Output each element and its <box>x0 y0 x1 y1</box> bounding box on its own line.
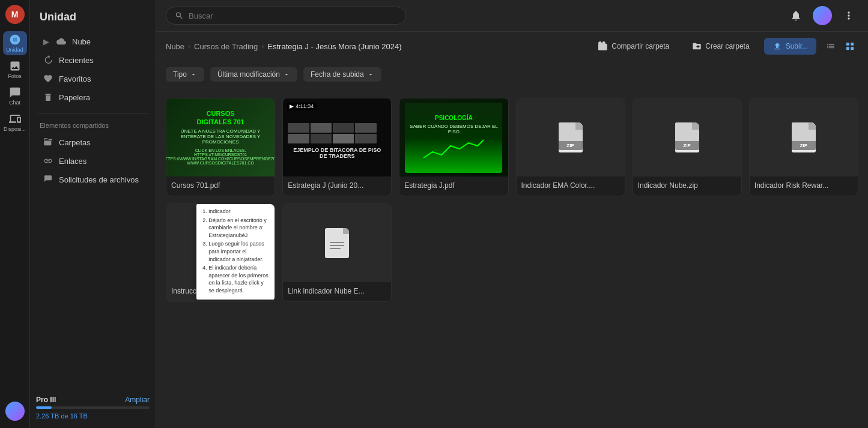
list-view-icon <box>826 41 836 51</box>
file-card-risk[interactable]: ZIP Indicador Risk Rewar... <box>749 98 858 196</box>
bell-icon <box>790 10 802 22</box>
list-view-button[interactable] <box>822 38 839 55</box>
file-card-cursos701[interactable]: CURSOSDIGITALES 701 ÚNETE A NUESTRA COMU… <box>166 98 275 196</box>
file-name-cursos701: Cursos 701.pdf <box>166 176 275 196</box>
file-card-link-indicador[interactable]: Link indicador Nube E... <box>282 203 392 302</box>
share-label: Compartir carpeta <box>612 42 669 50</box>
modificacion-label: Última modificación <box>217 70 280 79</box>
header-actions <box>786 6 858 25</box>
tipo-filter[interactable]: Tipo <box>166 67 204 82</box>
upload-button[interactable]: Subir... <box>764 38 816 55</box>
sidebar-item-papelera[interactable]: Papelera <box>34 88 152 106</box>
chevron-down-tipo <box>190 71 197 78</box>
sidebar-title: Unidad <box>30 0 156 31</box>
instrucciones-item-2: Déjarlo en el escritorio y cambiarle el … <box>208 217 270 240</box>
sidebar-item-solicitudes[interactable]: Solicitudes de archivos <box>34 170 152 188</box>
sidebar-divider <box>37 113 148 113</box>
grid-view-icon <box>845 41 855 51</box>
file-card-estrategia-pdf[interactable]: PSICOLOGÍA SABER CUÁNDO DEBEMOS DEJAR EL… <box>399 98 508 196</box>
estrategia-sub: SABER CUÁNDO DEBEMOS DEJAR EL PISO <box>408 124 499 134</box>
chevron-down-mod <box>283 71 290 78</box>
search-icon <box>175 11 184 20</box>
unidad-label: Unidad <box>6 47 23 53</box>
create-folder-button[interactable]: Crear carpeta <box>684 38 757 55</box>
main-content: Nube › Cursos de Trading › Estrategia J … <box>156 0 868 428</box>
sidebar-item-enlaces[interactable]: Enlaces <box>34 152 152 170</box>
sidebar-shared: Carpetas Enlaces Solicitudes de archivos <box>30 131 156 190</box>
recent-icon <box>43 55 53 65</box>
file-thumb-instrucciones: indicador. Déjarlo en el escritorio y ca… <box>166 204 275 282</box>
file-card-instrucciones[interactable]: indicador. Déjarlo en el escritorio y ca… <box>166 203 275 302</box>
instrucciones-list: indicador. Déjarlo en el escritorio y ca… <box>201 208 270 295</box>
file-name-nube-zip: Indicador Nube.zip <box>633 176 741 196</box>
chat-icon <box>9 86 21 98</box>
sidebar-bottom: Pro III Ampliar 2.26 TB de 16 TB <box>30 396 156 423</box>
subida-filter[interactable]: Fecha de subida <box>303 67 381 82</box>
instrucciones-item-3: Luego seguir los pasos para importar el … <box>208 240 270 263</box>
favoritos-label: Favoritos <box>59 74 91 83</box>
search-input[interactable] <box>189 11 397 20</box>
filters-bar: Tipo Última modificación Fecha de subida <box>156 61 868 88</box>
storage-used: 2.26 TB <box>36 412 59 420</box>
breadcrumb-sep-2: › <box>261 42 264 50</box>
fotos-label: Fotos <box>8 73 22 79</box>
sidebar-item-carpetas[interactable]: Carpetas <box>34 133 152 151</box>
sidebar-item-unidad[interactable]: Unidad <box>3 31 27 55</box>
header <box>156 0 868 32</box>
breadcrumb-nube[interactable]: Nube <box>166 42 184 51</box>
create-label: Crear carpeta <box>705 42 749 50</box>
estrategia-chart <box>408 137 499 161</box>
trash-icon <box>43 92 53 102</box>
sidebar-item-dispositivos[interactable]: Disposi... <box>3 110 27 134</box>
file-card-ema[interactable]: ZIP Indicador EMA Color.... <box>516 98 625 196</box>
carpetas-label: Carpetas <box>59 138 91 147</box>
file-thumb-cursos701: CURSOSDIGITALES 701 ÚNETE A NUESTRA COMU… <box>166 98 275 176</box>
share-folder-button[interactable]: Compartir carpeta <box>590 38 678 55</box>
upload-label: Subir... <box>786 42 808 50</box>
subida-label: Fecha de subida <box>311 70 364 79</box>
ampliar-button[interactable]: Ampliar <box>125 396 150 404</box>
file-name-video: Estrategia J (Junio 20... <box>283 176 391 196</box>
icon-bar-bottom <box>5 402 25 421</box>
video-title: EJEMPLO DE BITACORA DE PISO DE TRADERS <box>288 147 386 159</box>
cursos-sub: ÚNETE A NUESTRA COMUNIDAD Y ENTÉRATE DE … <box>172 128 269 145</box>
zip-icon-nube: ZIP <box>675 122 699 152</box>
sidebar-item-favoritos[interactable]: Favoritos <box>34 70 152 88</box>
sidebar-item-nube[interactable]: ▶ Nube <box>34 32 152 50</box>
file-grid: CURSOSDIGITALES 701 ÚNETE A NUESTRA COMU… <box>156 88 868 428</box>
instrucciones-popup: indicador. Déjarlo en el escritorio y ca… <box>196 204 275 300</box>
more-options-button[interactable] <box>839 6 858 25</box>
sidebar-item-fotos[interactable]: Fotos <box>3 58 27 82</box>
sidebar-item-recientes[interactable]: Recientes <box>34 51 152 69</box>
chevron-down-sub <box>367 71 374 78</box>
share-icon <box>598 41 608 51</box>
devices-icon <box>9 113 21 125</box>
user-avatar-header[interactable] <box>813 6 832 25</box>
notifications-button[interactable] <box>786 6 806 25</box>
user-avatar-bottom[interactable] <box>5 402 25 421</box>
zip-icon-risk: ZIP <box>792 122 816 152</box>
breadcrumb-cursos[interactable]: Cursos de Trading <box>194 42 258 51</box>
file-card-estrategia-video[interactable]: ▶4:11:34 EJEMPLO DE <box>282 98 392 196</box>
file-thumb-link <box>283 204 391 282</box>
file-card-nube-zip[interactable]: ZIP Indicador Nube.zip <box>633 98 742 196</box>
file-name-ema: Indicador EMA Color.... <box>517 176 625 196</box>
grid-view-button[interactable] <box>842 38 858 55</box>
search-bar[interactable] <box>166 7 406 25</box>
app-avatar[interactable]: M <box>5 5 25 24</box>
upload-icon <box>772 41 782 51</box>
icon-bar: M Unidad Fotos Chat Disposi... <box>0 0 30 428</box>
photos-icon <box>9 60 21 72</box>
more-vert-icon <box>843 10 855 22</box>
pdf-lines-link <box>330 242 344 249</box>
instrucciones-item-4: El indicador debería aparecer de los pri… <box>208 264 270 294</box>
sidebar-item-chat[interactable]: Chat <box>3 84 27 108</box>
tipo-label: Tipo <box>173 70 187 79</box>
file-thumb-ema: ZIP <box>517 98 625 176</box>
modificacion-filter[interactable]: Última modificación <box>210 67 297 82</box>
storage-de: de <box>61 412 70 420</box>
enlaces-label: Enlaces <box>59 157 86 166</box>
file-name-estrategia-pdf: Estrategia J.pdf <box>399 176 508 196</box>
pdf-icon-link <box>325 228 349 258</box>
video-grid <box>288 123 377 143</box>
